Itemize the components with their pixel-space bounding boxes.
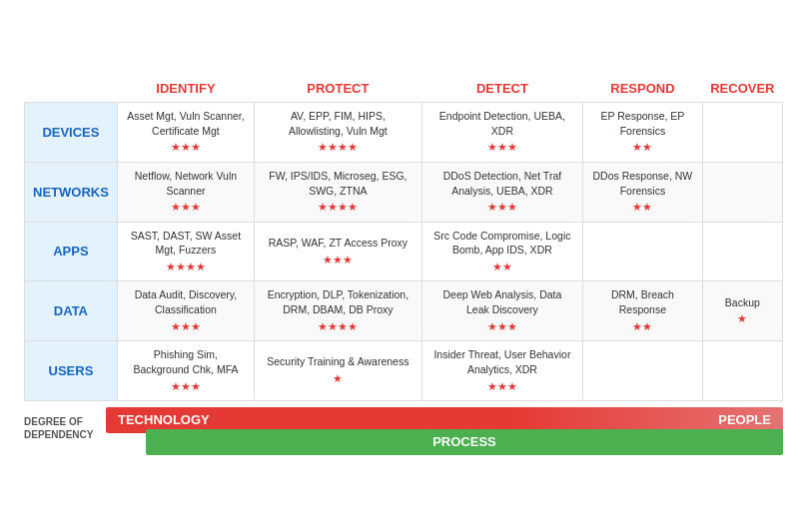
cell-networks-protect: FW, IPS/IDS, Microseg, ESG, SWG, ZTNA★★★… — [255, 162, 422, 222]
star-rating: ★★★ — [430, 200, 574, 215]
table-row: DATAData Audit, Discovery, Classificatio… — [25, 281, 783, 341]
cell-networks-respond: DDos Response, NW Forensics★★ — [583, 162, 703, 222]
cell-networks-detect: DDoS Detection, Net Traf Analysis, UEBA,… — [421, 162, 582, 222]
degree-label: DEGREE OFDEPENDENCY — [24, 415, 102, 441]
table-row: APPSSAST, DAST, SW Asset Mgt, Fuzzers★★★… — [25, 222, 783, 281]
star-rating: ★★★★ — [263, 319, 413, 334]
cell-data-detect: Deep Web Analysis, Data Leak Discovery★★… — [421, 281, 582, 341]
respond-header: RESPOND — [583, 75, 703, 103]
row-label-apps: APPS — [25, 222, 118, 281]
cell-devices-identify: Asset Mgt, Vuln Scanner, Certificate Mgt… — [117, 103, 254, 163]
cell-users-protect: Security Training & Awareness★ — [255, 341, 422, 401]
cell-devices-protect: AV, EPP, FIM, HIPS, Allowlisting, Vuln M… — [255, 103, 422, 163]
cell-apps-respond — [583, 222, 703, 281]
star-rating: ★★★ — [430, 140, 574, 155]
framework-table: IDENTIFY PROTECT DETECT RESPOND RECOVER … — [24, 75, 783, 401]
cell-devices-detect: Endpoint Detection, UEBA, XDR★★★ — [421, 103, 582, 163]
detect-header: DETECT — [421, 75, 582, 103]
identify-header: IDENTIFY — [117, 75, 254, 103]
star-rating: ★★★ — [126, 319, 246, 334]
cell-apps-recover — [702, 222, 782, 281]
cell-apps-detect: Src Code Compromise, Logic Bomb, App IDS… — [421, 222, 582, 281]
star-rating: ★★★ — [263, 253, 413, 267]
cell-users-detect: Insider Threat, User Behavior Analytics,… — [421, 341, 582, 401]
star-rating: ★★★ — [126, 140, 246, 155]
technology-label: TECHNOLOGY — [118, 412, 718, 427]
cell-data-recover: Backup★ — [702, 281, 782, 341]
protect-header: PROTECT — [255, 75, 422, 103]
star-rating: ★★★★ — [263, 140, 413, 155]
cell-apps-identify: SAST, DAST, SW Asset Mgt, Fuzzers★★★★ — [117, 222, 254, 281]
process-bar: PROCESS — [146, 429, 783, 455]
star-rating: ★★★ — [430, 379, 574, 394]
bottom-section: DEGREE OFDEPENDENCY TECHNOLOGY PEOPLE PR… — [24, 405, 783, 457]
table-row: DEVICESAsset Mgt, Vuln Scanner, Certific… — [25, 103, 783, 163]
star-rating: ★ — [263, 371, 413, 386]
main-container: IDENTIFY PROTECT DETECT RESPOND RECOVER … — [14, 65, 793, 467]
star-rating: ★★ — [591, 319, 694, 334]
header-row: IDENTIFY PROTECT DETECT RESPOND RECOVER — [25, 75, 783, 103]
cell-users-identify: Phishing Sim, Background Chk, MFA★★★ — [117, 341, 254, 401]
row-label-users: USERS — [25, 341, 118, 401]
star-rating: ★★ — [591, 140, 694, 155]
cell-networks-identify: Netflow, Network Vuln Scanner★★★ — [117, 162, 254, 222]
cell-devices-recover — [702, 103, 782, 163]
recover-header: RECOVER — [702, 75, 782, 103]
cell-data-respond: DRM, Breach Response★★ — [583, 281, 703, 341]
people-label: PEOPLE — [718, 412, 771, 427]
star-rating: ★★★★ — [263, 200, 413, 215]
star-rating: ★★★★ — [126, 260, 246, 274]
corner-header — [25, 75, 118, 103]
cell-users-recover — [702, 341, 782, 401]
table-row: USERSPhishing Sim, Background Chk, MFA★★… — [25, 341, 783, 401]
process-label: PROCESS — [432, 434, 496, 449]
star-rating: ★ — [711, 311, 774, 326]
star-rating: ★★★ — [126, 200, 246, 215]
cell-data-identify: Data Audit, Discovery, Classification★★★ — [117, 281, 254, 341]
cell-devices-respond: EP Response, EP Forensics★★ — [583, 103, 703, 163]
cell-apps-protect: RASP, WAF, ZT Access Proxy★★★ — [255, 222, 422, 281]
row-label-networks: NETWORKS — [25, 162, 118, 222]
cell-users-respond — [583, 341, 703, 401]
star-rating: ★★ — [430, 260, 574, 274]
bars-container: TECHNOLOGY PEOPLE PROCESS — [106, 405, 783, 457]
table-row: NETWORKSNetflow, Network Vuln Scanner★★★… — [25, 162, 783, 222]
cell-networks-recover — [702, 162, 782, 222]
star-rating: ★★★ — [430, 319, 574, 334]
cell-data-protect: Encryption, DLP, Tokenization, DRM, DBAM… — [255, 281, 422, 341]
star-rating: ★★★ — [126, 379, 246, 394]
row-label-devices: DEVICES — [25, 103, 118, 163]
star-rating: ★★ — [591, 200, 694, 215]
row-label-data: DATA — [25, 281, 118, 341]
